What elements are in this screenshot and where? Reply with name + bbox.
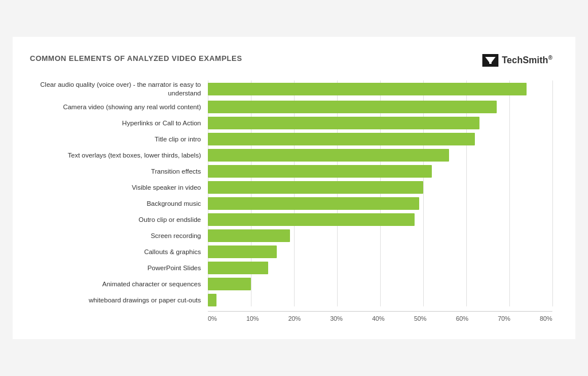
bar-label: Visible speaker in video [30,183,208,192]
bar-label: Title clip or intro [30,135,208,144]
bar-label: Hyperlinks or Call to Action [30,119,208,128]
x-tick-label: 0% [208,315,217,322]
bar-fill [208,197,419,210]
x-axis-inner: 0%10%20%30%40%50%60%70%80% [208,311,552,322]
x-tick-label: 80% [540,315,552,322]
bar-fill [208,294,216,306]
bar-row: Transition effects [30,165,552,178]
grid-line [552,80,553,307]
bar-row: Visible speaker in video [30,181,552,194]
bar-track [208,197,552,210]
bar-label: Clear audio quality (voice over) - the n… [30,80,208,98]
bar-track [208,229,552,242]
bar-fill [208,229,290,242]
x-tick-label: 10% [246,315,259,322]
bar-track [208,83,552,95]
bar-fill [208,213,415,226]
bar-row: Hyperlinks or Call to Action [30,117,552,129]
bar-fill [208,165,432,178]
bar-row: PowerPoint Slides [30,262,552,274]
bar-row: Title clip or intro [30,133,552,145]
bar-track [208,117,552,129]
bar-fill [208,149,449,162]
bar-fill [208,262,268,274]
logo-reg: ® [548,55,552,61]
chart-plot: Clear audio quality (voice over) - the n… [30,80,552,307]
bar-row: whiteboard drawings or paper cut-outs [30,294,552,306]
bar-row: Clear audio quality (voice over) - the n… [30,80,552,98]
bar-track [208,181,552,194]
bar-label: Screen recording [30,232,208,240]
logo-text: TechSmith® [502,55,552,66]
bar-label: Animated character or sequences [30,280,208,289]
bar-track [208,294,552,306]
bar-fill [208,117,479,129]
bar-fill [208,181,423,194]
x-tick-label: 50% [414,315,427,322]
bar-track [208,278,552,290]
bar-fill [208,278,251,290]
bar-label: Camera video (showing any real world con… [30,103,208,112]
bar-track [208,133,552,145]
bar-label: PowerPoint Slides [30,264,208,273]
bar-track [208,262,552,274]
chart-title: COMMON ELEMENTS OF ANALYZED VIDEO EXAMPL… [30,54,242,63]
x-axis: 0%10%20%30%40%50%60%70%80% [208,311,552,322]
bar-label: Outro clip or endslide [30,216,208,224]
bar-track [208,245,552,258]
x-tick-label: 60% [456,315,469,322]
bar-fill [208,245,277,258]
bar-fill [208,101,497,113]
chart-container: COMMON ELEMENTS OF ANALYZED VIDEO EXAMPL… [13,37,575,340]
bar-label: Text overlays (text boxes, lower thirds,… [30,151,208,160]
logo-container: TechSmith® [482,54,552,67]
bar-label: Background music [30,199,208,208]
bar-row: Outro clip or endslide [30,213,552,226]
bar-row: Background music [30,197,552,210]
x-tick-label: 20% [288,315,301,322]
bar-track [208,165,552,178]
chart-header: COMMON ELEMENTS OF ANALYZED VIDEO EXAMPL… [30,54,552,67]
bar-label: whiteboard drawings or paper cut-outs [30,296,208,305]
x-tick-label: 40% [372,315,385,322]
bar-row: Callouts & graphics [30,245,552,258]
bar-track [208,213,552,226]
bar-fill [208,133,475,145]
bar-row: Screen recording [30,229,552,242]
bar-fill [208,83,527,95]
bar-row: Camera video (showing any real world con… [30,101,552,113]
svg-rect-2 [489,57,492,64]
bar-row: Animated character or sequences [30,278,552,290]
techsmith-logo-icon [482,54,498,67]
bar-row: Text overlays (text boxes, lower thirds,… [30,149,552,162]
bar-label: Transition effects [30,167,208,176]
bar-track [208,149,552,162]
bar-label: Callouts & graphics [30,248,208,256]
x-tick-label: 70% [498,315,510,322]
bar-track [208,101,552,113]
x-tick-label: 30% [330,315,343,322]
